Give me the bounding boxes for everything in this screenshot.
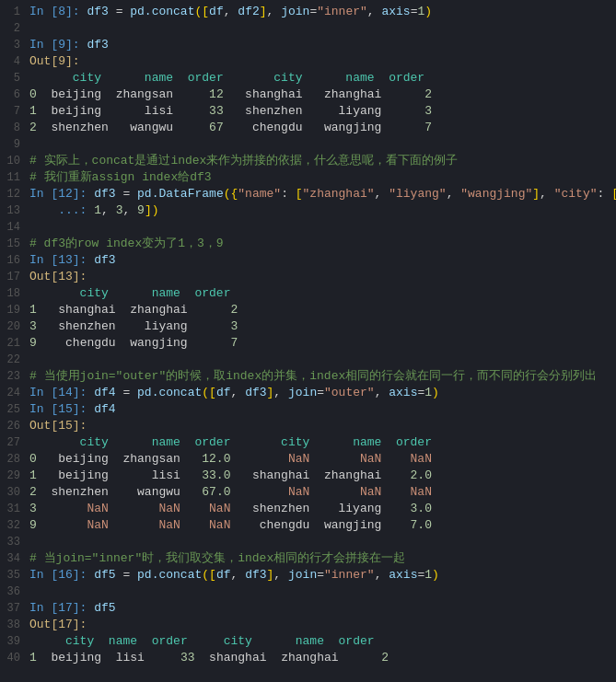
code-line: 302 shenzhen wangwu 67.0 NaN NaN NaN: [0, 484, 616, 501]
code-line: 36: [0, 584, 616, 600]
code-line: 291 beijing lisi 33.0 shanghai zhanghai …: [0, 468, 616, 484]
line-content: 1 beijing lisi 33.0 shanghai zhanghai 2.…: [29, 468, 612, 484]
code-line: 26Out[15]:: [0, 418, 616, 434]
line-number: 27: [4, 434, 29, 451]
line-number: 26: [4, 418, 29, 434]
line-content: In [15]: df4: [29, 401, 612, 418]
line-content: # 我们重新assign index给df3: [29, 169, 612, 186]
line-content: 3 shenzhen liyang 3: [29, 318, 612, 335]
line-number: 3: [4, 37, 29, 53]
code-line: 17Out[13]:: [0, 269, 616, 285]
line-content: city name order city name order: [29, 434, 612, 451]
code-line: 18 city name order: [0, 285, 616, 302]
line-number: 22: [4, 352, 29, 368]
code-line: 11# 我们重新assign index给df3: [0, 169, 616, 186]
code-block: 1In [8]: df3 = pd.concat([df, df2], join…: [0, 0, 616, 670]
code-line: 10# 实际上，concat是通过index来作为拼接的依据，什么意思呢，看下面…: [0, 153, 616, 169]
line-content: 9 chengdu wangjing 7: [29, 335, 612, 352]
line-content: Out[17]:: [29, 617, 612, 633]
line-content: 9 NaN NaN NaN chengdu wangjing 7.0: [29, 517, 612, 534]
line-content: Out[15]:: [29, 418, 612, 434]
line-number: 38: [4, 617, 29, 633]
line-content: Out[9]:: [29, 53, 612, 70]
line-number: 8: [4, 120, 29, 136]
line-number: 16: [4, 252, 29, 269]
line-number: 1: [4, 4, 29, 20]
code-line: 82 shenzhen wangwu 67 chengdu wangjing 7: [0, 120, 616, 136]
line-number: 7: [4, 103, 29, 120]
line-number: 31: [4, 501, 29, 517]
code-line: 329 NaN NaN NaN chengdu wangjing 7.0: [0, 517, 616, 534]
line-number: 24: [4, 385, 29, 401]
code-line: 12In [12]: df3 = pd.DataFrame({"name": […: [0, 186, 616, 202]
code-line: 71 beijing lisi 33 shenzhen liyang 3: [0, 103, 616, 120]
line-content: # df3的row index变为了1，3，9: [29, 236, 612, 252]
code-line: 33: [0, 534, 616, 550]
line-number: 10: [4, 153, 29, 169]
line-number: 40: [4, 650, 29, 666]
line-number: 5: [4, 70, 29, 87]
line-number: 37: [4, 600, 29, 617]
line-content: 1 beijing lisi 33 shanghai zhanghai 2: [29, 650, 612, 666]
line-content: 1 beijing lisi 33 shenzhen liyang 3: [29, 103, 612, 120]
code-line: 280 beijing zhangsan 12.0 NaN NaN NaN: [0, 451, 616, 468]
line-number: 34: [4, 550, 29, 567]
line-number: 14: [4, 219, 29, 236]
line-number: 11: [4, 169, 29, 186]
line-content: 3 NaN NaN NaN shenzhen liyang 3.0: [29, 501, 612, 517]
code-line: 5 city name order city name order: [0, 70, 616, 87]
line-number: 4: [4, 53, 29, 70]
code-line: 4Out[9]:: [0, 53, 616, 70]
line-number: 21: [4, 335, 29, 352]
line-number: 28: [4, 451, 29, 468]
code-line: 22: [0, 352, 616, 368]
code-line: 15# df3的row index变为了1，3，9: [0, 236, 616, 252]
line-content: Out[13]:: [29, 269, 612, 285]
line-number: 36: [4, 584, 29, 600]
code-line: 2: [0, 20, 616, 37]
code-line: 14: [0, 219, 616, 236]
line-content: # 当join="inner"时，我们取交集，index相同的行才会拼接在一起: [29, 550, 612, 567]
line-number: 9: [4, 136, 29, 153]
code-line: 203 shenzhen liyang 3: [0, 318, 616, 335]
line-content: ...: 1, 3, 9]): [29, 202, 612, 219]
line-content: # 实际上，concat是通过index来作为拼接的依据，什么意思呢，看下面的例…: [29, 153, 612, 169]
line-number: 2: [4, 20, 29, 37]
line-content: In [8]: df3 = pd.concat([df, df2], join=…: [29, 4, 612, 20]
code-line: 38Out[17]:: [0, 617, 616, 633]
line-content: # 当使用join="outer"的时候，取index的并集，index相同的行…: [29, 368, 612, 385]
line-content: In [9]: df3: [29, 37, 612, 53]
code-line: 37In [17]: df5: [0, 600, 616, 617]
line-number: 20: [4, 318, 29, 335]
line-number: 19: [4, 302, 29, 318]
line-number: 30: [4, 484, 29, 501]
line-number: 33: [4, 534, 29, 550]
line-content: In [12]: df3 = pd.DataFrame({"name": ["z…: [29, 186, 616, 202]
code-line: 313 NaN NaN NaN shenzhen liyang 3.0: [0, 501, 616, 517]
code-line: 191 shanghai zhanghai 2: [0, 302, 616, 318]
line-content: 0 beijing zhangsan 12.0 NaN NaN NaN: [29, 451, 612, 468]
line-content: city name order city name order: [29, 70, 612, 87]
code-line: 34# 当join="inner"时，我们取交集，index相同的行才会拼接在一…: [0, 550, 616, 567]
line-content: 2 shenzhen wangwu 67.0 NaN NaN NaN: [29, 484, 612, 501]
line-number: 25: [4, 401, 29, 418]
code-line: 25In [15]: df4: [0, 401, 616, 418]
line-number: 39: [4, 633, 29, 650]
line-number: 13: [4, 202, 29, 219]
code-line: 219 chengdu wangjing 7: [0, 335, 616, 352]
line-number: 23: [4, 368, 29, 385]
line-number: 35: [4, 567, 29, 584]
code-line: 401 beijing lisi 33 shanghai zhanghai 2: [0, 650, 616, 666]
code-line: 16In [13]: df3: [0, 252, 616, 269]
code-line: 9: [0, 136, 616, 153]
line-number: 15: [4, 236, 29, 252]
line-content: In [17]: df5: [29, 600, 612, 617]
line-content: In [14]: df4 = pd.concat([df, df3], join…: [29, 385, 612, 401]
line-number: 17: [4, 269, 29, 285]
line-content: 1 shanghai zhanghai 2: [29, 302, 612, 318]
code-line: 13 ...: 1, 3, 9]): [0, 202, 616, 219]
code-line: 35In [16]: df5 = pd.concat([df, df3], jo…: [0, 567, 616, 584]
line-content: 0 beijing zhangsan 12 shanghai zhanghai …: [29, 87, 612, 103]
line-number: 18: [4, 285, 29, 302]
code-line: 27 city name order city name order: [0, 434, 616, 451]
